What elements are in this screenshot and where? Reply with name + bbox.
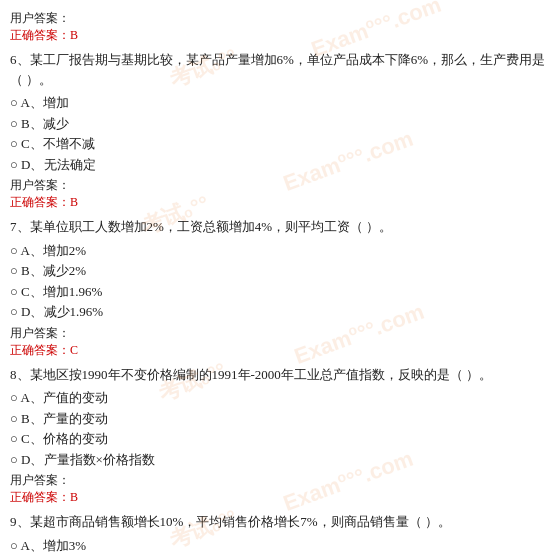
question-7-option-c: ○ C、 增加1.96% <box>10 282 550 302</box>
option-a-text: 增加2% <box>43 241 86 261</box>
question-6-option-c: ○ C、 不增不减 <box>10 134 550 154</box>
question-8-option-d: ○ D、 产量指数×价格指数 <box>10 450 550 470</box>
question-9-text: 9、某超市商品销售额增长10%，平均销售价格增长7%，则商品销售量（ ）。 <box>10 512 550 532</box>
question-6-correct-answer: 正确答案：B <box>10 194 550 211</box>
option-b-text: 产量的变动 <box>43 409 108 429</box>
option-b-text: 减少2% <box>43 261 86 281</box>
option-d-text: 减少1.96% <box>44 302 104 322</box>
question-6-option-d: ○ D、 无法确定 <box>10 155 550 175</box>
question-7-correct-answer: 正确答案：C <box>10 342 550 359</box>
option-d-label: ○ D、 <box>10 155 44 175</box>
option-c-label: ○ C、 <box>10 282 43 302</box>
option-c-text: 价格的变动 <box>43 429 108 449</box>
question-7-option-b: ○ B、 减少2% <box>10 261 550 281</box>
question-8-option-a: ○ A、 产值的变动 <box>10 388 550 408</box>
question-7-text: 7、某单位职工人数增加2%，工资总额增加4%，则平均工资（ ）。 <box>10 217 550 237</box>
question-6-section: 6、某工厂报告期与基期比较，某产品产量增加6%，单位产品成本下降6%，那么，生产… <box>10 50 550 211</box>
question-8-correct-answer: 正确答案：B <box>10 489 550 506</box>
page-container: Examo°°.com 考试o°° Examo°°.com 考试o°° Exam… <box>0 0 560 552</box>
question-6-answers: 用户答案： 正确答案：B <box>10 177 550 211</box>
question-6-option-b: ○ B、 减少 <box>10 114 550 134</box>
prev-section: 用户答案： 正确答案：B <box>10 10 550 44</box>
option-a-text: 增加 <box>43 93 69 113</box>
option-b-text: 减少 <box>43 114 69 134</box>
prev-user-answer-label: 用户答案： <box>10 10 550 27</box>
option-b-label: ○ B、 <box>10 261 43 281</box>
option-a-label: ○ A、 <box>10 388 43 408</box>
question-7-option-d: ○ D、 减少1.96% <box>10 302 550 322</box>
question-7-section: 7、某单位职工人数增加2%，工资总额增加4%，则平均工资（ ）。 ○ A、 增加… <box>10 217 550 359</box>
question-6-user-answer-label: 用户答案： <box>10 177 550 194</box>
question-8-section: 8、某地区按1990年不变价格编制的1991年-2000年工业总产值指数，反映的… <box>10 365 550 507</box>
option-a-label: ○ A、 <box>10 93 43 113</box>
option-d-text: 产量指数×价格指数 <box>44 450 155 470</box>
question-7-option-a: ○ A、 增加2% <box>10 241 550 261</box>
question-8-user-answer-label: 用户答案： <box>10 472 550 489</box>
option-b-label: ○ B、 <box>10 409 43 429</box>
option-a-text: 增加3% <box>43 536 86 553</box>
question-9-section: 9、某超市商品销售额增长10%，平均销售价格增长7%，则商品销售量（ ）。 ○ … <box>10 512 550 552</box>
option-c-text: 不增不减 <box>43 134 95 154</box>
option-b-label: ○ B、 <box>10 114 43 134</box>
question-9-option-a: ○ A、 增加3% <box>10 536 550 553</box>
option-d-text: 无法确定 <box>44 155 96 175</box>
option-a-label: ○ A、 <box>10 241 43 261</box>
question-8-text: 8、某地区按1990年不变价格编制的1991年-2000年工业总产值指数，反映的… <box>10 365 550 385</box>
prev-correct-answer: 正确答案：B <box>10 27 550 44</box>
option-d-label: ○ D、 <box>10 302 44 322</box>
question-8-answers: 用户答案： 正确答案：B <box>10 472 550 506</box>
option-a-text: 产值的变动 <box>43 388 108 408</box>
question-6-option-a: ○ A、 增加 <box>10 93 550 113</box>
option-a-label: ○ A、 <box>10 536 43 553</box>
question-7-user-answer-label: 用户答案： <box>10 325 550 342</box>
question-8-option-c: ○ C、 价格的变动 <box>10 429 550 449</box>
question-7-answers: 用户答案： 正确答案：C <box>10 325 550 359</box>
option-c-text: 增加1.96% <box>43 282 103 302</box>
question-8-option-b: ○ B、 产量的变动 <box>10 409 550 429</box>
option-c-label: ○ C、 <box>10 429 43 449</box>
option-c-label: ○ C、 <box>10 134 43 154</box>
question-6-text: 6、某工厂报告期与基期比较，某产品产量增加6%，单位产品成本下降6%，那么，生产… <box>10 50 550 89</box>
option-d-label: ○ D、 <box>10 450 44 470</box>
